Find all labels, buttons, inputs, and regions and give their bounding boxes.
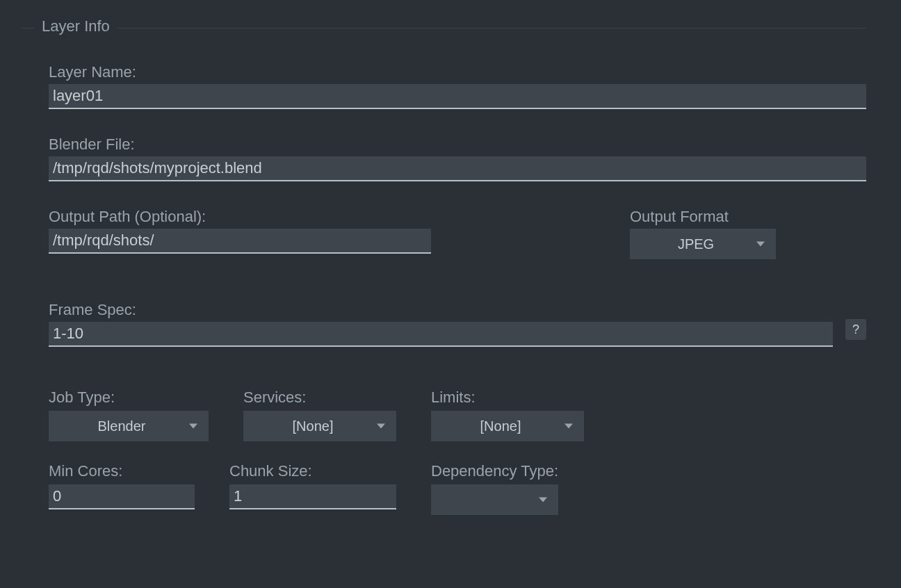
chevron-down-icon	[565, 424, 573, 429]
output-format-label: Output Format	[630, 208, 776, 226]
frame-spec-label: Frame Spec:	[49, 301, 833, 319]
min-cores-input[interactable]	[49, 484, 195, 509]
limits-value: [None]	[445, 418, 556, 434]
output-row: Output Path (Optional): Output Format JP…	[49, 208, 866, 259]
limits-label: Limits:	[431, 389, 584, 407]
chevron-down-icon	[189, 424, 197, 429]
chunk-size-field: Chunk Size:	[229, 462, 396, 515]
job-type-label: Job Type:	[49, 389, 209, 407]
frame-spec-help-button[interactable]: ?	[845, 319, 866, 340]
layer-name-label: Layer Name:	[49, 63, 866, 81]
services-label: Services:	[243, 389, 396, 407]
output-path-label: Output Path (Optional):	[49, 208, 431, 226]
blender-file-input[interactable]	[49, 156, 866, 181]
layer-info-group: Layer Info Layer Name: Blender File: Out…	[21, 28, 866, 515]
services-value: [None]	[257, 418, 368, 434]
chevron-down-icon	[377, 424, 385, 429]
dependency-type-dropdown[interactable]	[431, 484, 558, 515]
min-cores-label: Min Cores:	[49, 462, 195, 480]
settings-grid: Job Type: Blender Services: [None] Limit…	[49, 389, 866, 515]
layer-name-input[interactable]	[49, 84, 866, 109]
job-type-field: Job Type: Blender	[49, 389, 209, 441]
chunk-size-input[interactable]	[229, 484, 396, 509]
blender-file-label: Blender File:	[49, 136, 866, 154]
group-title: Layer Info	[35, 17, 117, 35]
output-format-value: JPEG	[644, 236, 748, 252]
layer-info-panel: Layer Info Layer Name: Blender File: Out…	[0, 0, 901, 557]
chunk-size-label: Chunk Size:	[229, 462, 396, 480]
min-cores-field: Min Cores:	[49, 462, 195, 515]
output-path-input[interactable]	[49, 229, 431, 254]
services-dropdown[interactable]: [None]	[243, 411, 396, 441]
layer-name-field: Layer Name:	[49, 63, 866, 109]
limits-dropdown[interactable]: [None]	[431, 411, 584, 441]
chevron-down-icon	[756, 242, 765, 247]
job-type-value: Blender	[63, 418, 181, 434]
frame-spec-input[interactable]	[49, 322, 833, 347]
output-format-dropdown[interactable]: JPEG	[630, 229, 776, 259]
dependency-type-field: Dependency Type:	[431, 462, 558, 515]
job-type-dropdown[interactable]: Blender	[49, 411, 209, 441]
limits-field: Limits: [None]	[431, 389, 584, 441]
chevron-down-icon	[539, 498, 547, 503]
frame-spec-field: Frame Spec: ?	[49, 301, 866, 347]
output-path-field: Output Path (Optional):	[49, 208, 431, 254]
dependency-type-label: Dependency Type:	[431, 462, 558, 480]
blender-file-field: Blender File:	[49, 136, 866, 181]
services-field: Services: [None]	[243, 389, 396, 441]
output-format-field: Output Format JPEG	[630, 208, 776, 259]
